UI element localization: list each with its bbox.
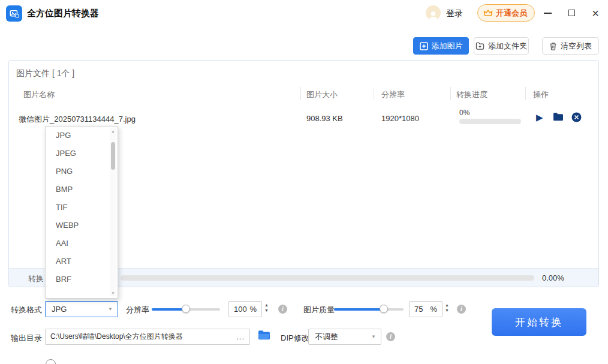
dip-select-value: 不调整	[315, 332, 338, 342]
minimize-icon	[544, 13, 552, 14]
minimize-button[interactable]	[538, 5, 556, 21]
step-down-icon[interactable]: ▼	[264, 308, 269, 312]
convert-play-button[interactable]: ▶	[536, 113, 543, 122]
quality-slider[interactable]	[334, 305, 404, 313]
remove-icon	[571, 112, 582, 122]
add-image-label: 添加图片	[432, 41, 463, 52]
dip-info-icon[interactable]: i	[386, 332, 395, 341]
clear-list-label: 清空列表	[561, 41, 592, 52]
step-up-icon[interactable]: ▲	[264, 303, 269, 307]
quality-spinbox[interactable]: 75 %	[409, 301, 443, 317]
app-window: 全方位图片转换器 登录 开通会员 × 添加图片 添加文件夹	[0, 0, 608, 364]
add-image-icon	[420, 42, 428, 50]
vip-button[interactable]: 开通会员	[477, 4, 535, 22]
open-folder-button[interactable]	[553, 112, 564, 124]
scroll-down-icon[interactable]: ▼	[110, 291, 116, 295]
output-dir-label: 输出目录	[11, 333, 42, 344]
add-folder-icon	[475, 42, 484, 50]
login-button[interactable]: 登录	[446, 8, 463, 19]
quality-stepper[interactable]: ▲ ▼	[445, 303, 449, 312]
overall-progress-percent: 0.00%	[542, 273, 564, 282]
resolution-spinbox[interactable]: 100 %	[228, 301, 262, 317]
slider-fill	[152, 308, 186, 311]
format-option-aai[interactable]: AAI	[46, 234, 118, 252]
column-header-actions: 操作	[533, 89, 549, 100]
file-name: 微信图片_20250731134444_7.jpg	[19, 114, 136, 125]
quality-value: 75	[414, 305, 423, 314]
output-dir-value: C:\Users\喵喵\Desktop\全方位图片转换器	[50, 332, 183, 342]
file-size: 908.93 KB	[306, 114, 343, 123]
avatar[interactable]	[426, 5, 441, 20]
close-button[interactable]: ×	[586, 5, 604, 21]
step-down-icon[interactable]: ▼	[445, 308, 449, 312]
format-option-art[interactable]: ART	[46, 252, 118, 270]
slider-fill	[334, 308, 384, 311]
format-label: 转换格式	[11, 305, 42, 315]
quality-unit: %	[430, 305, 437, 314]
output-dir-input[interactable]: C:\Users\喵喵\Desktop\全方位图片转换器 ...	[45, 329, 250, 345]
format-option-jpeg[interactable]: JPEG	[46, 145, 118, 163]
overall-progress-bar	[121, 275, 534, 281]
clear-list-button[interactable]: 清空列表	[542, 37, 599, 55]
resolution-info-icon[interactable]: i	[278, 305, 287, 314]
file-progress-bar	[459, 119, 521, 124]
start-convert-button[interactable]: 开始转换	[492, 308, 586, 336]
column-divider	[450, 87, 451, 100]
remove-file-button[interactable]	[571, 112, 582, 125]
image-converter-glyph	[9, 8, 20, 19]
format-select[interactable]: JPG ▼	[45, 301, 118, 317]
browse-button[interactable]: ...	[233, 332, 245, 341]
dip-label: DIP修改	[281, 333, 309, 344]
add-folder-label: 添加文件夹	[488, 41, 527, 52]
format-option-bmp[interactable]: BMP	[46, 181, 118, 198]
open-output-folder-button[interactable]	[258, 330, 270, 342]
resolution-label: 分辨率	[126, 305, 149, 315]
overall-progress-label: 转换	[28, 273, 44, 284]
file-progress-label: 0%	[459, 109, 469, 117]
format-option-png[interactable]: PNG	[46, 163, 118, 181]
format-option-webp[interactable]: WEBP	[46, 216, 118, 234]
scrollbar-thumb[interactable]	[111, 142, 115, 170]
dip-select[interactable]: 不调整 ▼	[308, 329, 381, 345]
format-option-jpg[interactable]: JPG	[46, 127, 118, 145]
resolution-slider-handle[interactable]	[182, 305, 190, 313]
user-icon	[428, 10, 439, 20]
chevron-down-icon: ▼	[108, 306, 113, 312]
step-up-icon[interactable]: ▲	[445, 303, 449, 307]
folder-icon	[553, 112, 564, 121]
quality-slider-handle[interactable]	[380, 305, 388, 313]
app-logo-icon	[6, 5, 22, 22]
file-list-title: 图片文件 [ 1个 ]	[16, 68, 74, 79]
resolution-unit: %	[249, 305, 257, 314]
partial-bottom-icon	[46, 359, 56, 364]
format-option-tif[interactable]: TIF	[46, 198, 118, 216]
format-dropdown-list: JPG JPEG PNG BMP TIF WEBP AAI ART BRF ▲ …	[45, 126, 118, 299]
crown-icon	[483, 9, 493, 17]
app-title: 全方位图片转换器	[27, 8, 99, 19]
column-header-name: 图片名称	[23, 89, 55, 100]
resolution-value: 100	[234, 305, 247, 314]
file-resolution: 1920*1080	[381, 114, 419, 123]
column-divider	[525, 87, 526, 100]
resolution-stepper[interactable]: ▲ ▼	[264, 303, 269, 312]
vip-label: 开通会员	[496, 8, 527, 19]
resolution-slider[interactable]	[152, 305, 220, 313]
scroll-up-icon[interactable]: ▲	[110, 130, 116, 133]
add-folder-button[interactable]: 添加文件夹	[474, 37, 529, 55]
chevron-down-icon: ▼	[371, 334, 376, 339]
maximize-icon	[568, 10, 575, 16]
dropdown-scrollbar[interactable]: ▲ ▼	[110, 128, 116, 296]
folder-blue-icon	[258, 330, 270, 340]
column-divider	[374, 87, 374, 100]
column-header-resolution: 分辨率	[381, 89, 405, 100]
quality-label: 图片质量	[303, 305, 335, 315]
trash-icon	[549, 42, 557, 50]
format-option-brf[interactable]: BRF	[46, 270, 118, 288]
add-image-button[interactable]: 添加图片	[413, 37, 469, 55]
maximize-button[interactable]	[562, 5, 580, 21]
column-header-progress: 转换进度	[456, 89, 487, 100]
column-header-size: 图片大小	[306, 89, 338, 100]
column-divider	[300, 87, 301, 100]
quality-info-icon[interactable]: i	[457, 305, 466, 314]
format-select-value: JPG	[52, 305, 67, 314]
